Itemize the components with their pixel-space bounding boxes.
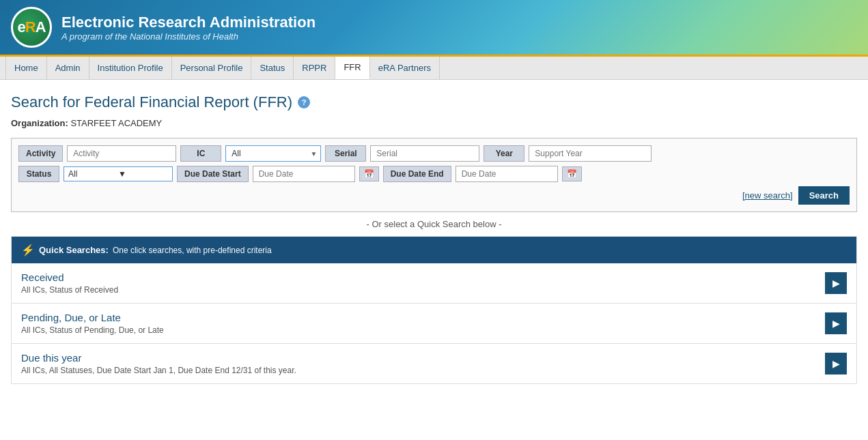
status-label: Status [18,166,59,182]
new-search-link[interactable]: [new search] [742,190,793,201]
qs-run-button-2[interactable]: ▶ [825,353,847,375]
ic-label: IC [180,145,221,162]
main-nav: Home Admin Institution Profile Personal … [0,57,868,80]
org-name: STARFEET ACADEMY [70,118,162,128]
org-line: Organization: STARFEET ACADEMY [11,118,857,128]
qs-item-text-1: Pending, Due, or Late All ICs, Status of… [21,312,164,335]
form-row-1: Activity IC All ▼ Serial Year [18,145,850,162]
due-date-end-input[interactable] [456,166,558,182]
quick-search-header: ⚡ Quick Searches: One click searches, wi… [12,237,856,263]
status-select-wrap[interactable]: All ▼ [64,166,173,181]
quick-search-item-2: Due this year All ICs, All Statuses, Due… [12,344,856,383]
nav-institution-profile[interactable]: Institution Profile [89,57,172,79]
quick-searches-subtitle: One click searches, with pre-defined cri… [113,246,272,255]
qs-item-text-0: Received All ICs, Status of Received [21,272,118,295]
nav-era-partners[interactable]: eRA Partners [370,57,440,79]
qs-item-desc-0: All ICs, Status of Received [21,285,118,295]
lightning-icon: ⚡ [21,244,35,256]
serial-label: Serial [325,145,366,162]
quick-search-divider: - Or select a Quick Search below - [11,219,857,229]
ic-select-wrap: All ▼ [225,145,321,162]
qs-item-title-1: Pending, Due, or Late [21,312,164,323]
search-form: Activity IC All ▼ Serial Year Status All… [11,138,857,212]
page-title: Search for Federal Financial Report (FFR… [11,93,857,111]
search-button[interactable]: Search [798,186,850,205]
year-input[interactable] [529,145,652,162]
activity-input[interactable] [67,145,176,162]
help-icon[interactable]: ? [298,96,310,108]
year-label: Year [484,145,524,162]
qs-item-title-0: Received [21,272,118,283]
search-actions: [new search] Search [18,186,850,205]
nav-personal-profile[interactable]: Personal Profile [172,57,252,79]
app-title: Electronic Research Administration [61,14,316,31]
nav-rppr[interactable]: RPPR [294,57,335,79]
quick-searches-title: Quick Searches: [39,245,109,255]
nav-ffr[interactable]: FFR [335,57,369,79]
qs-item-desc-2: All ICs, All Statuses, Due Date Start Ja… [21,366,296,375]
status-arrow-icon: ▼ [118,169,168,179]
nav-admin[interactable]: Admin [47,57,89,79]
activity-label: Activity [18,145,63,162]
era-logo: eRA [11,7,52,48]
nav-home[interactable]: Home [5,57,47,79]
quick-search-item-0: Received All ICs, Status of Received ▶ [12,263,856,304]
ic-select[interactable]: All [225,145,321,162]
due-date-start-label: Due Date Start [177,166,249,182]
due-date-start-cal-button[interactable]: 📅 [359,166,379,181]
form-row-2: Status All ▼ Due Date Start 📅 Due Date E… [18,166,850,182]
org-label: Organization: [11,118,68,128]
due-date-end-label: Due Date End [383,166,451,182]
qs-item-title-2: Due this year [21,352,296,364]
qs-run-button-1[interactable]: ▶ [825,312,847,334]
qs-item-desc-1: All ICs, Status of Pending, Due, or Late [21,325,164,335]
due-date-end-cal-button[interactable]: 📅 [562,166,582,181]
qs-run-button-0[interactable]: ▶ [825,272,847,294]
qs-item-text-2: Due this year All ICs, All Statuses, Due… [21,352,296,375]
app-header: eRA Electronic Research Administration A… [0,0,868,57]
main-content: Search for Federal Financial Report (FFR… [0,80,868,398]
serial-input[interactable] [370,145,479,162]
status-value: All [68,169,118,179]
app-subtitle: A program of the National Institutes of … [61,31,316,42]
quick-searches-container: ⚡ Quick Searches: One click searches, wi… [11,236,857,384]
quick-search-item-1: Pending, Due, or Late All ICs, Status of… [12,304,856,344]
due-date-start-input[interactable] [253,166,355,182]
nav-status[interactable]: Status [251,57,294,79]
